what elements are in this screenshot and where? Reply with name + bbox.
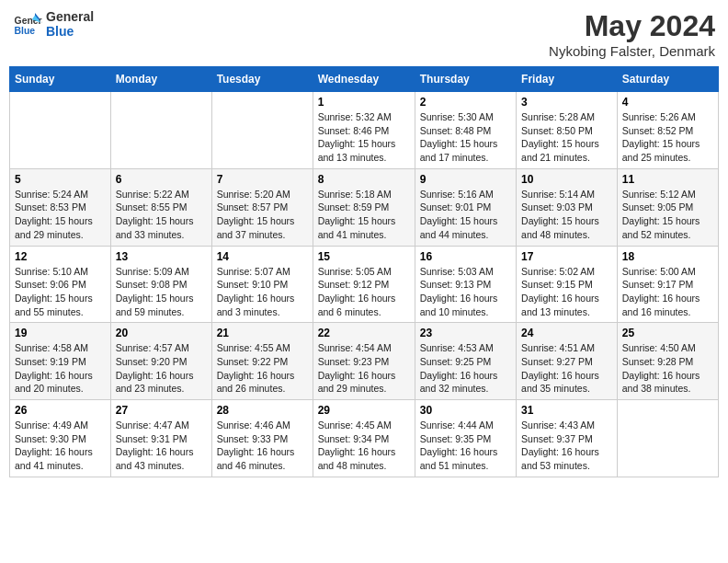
day-info: Sunrise: 4:55 AM Sunset: 9:22 PM Dayligh… <box>217 341 308 396</box>
calendar-cell: 14Sunrise: 5:07 AM Sunset: 9:10 PM Dayli… <box>211 246 313 323</box>
day-info: Sunrise: 5:20 AM Sunset: 8:57 PM Dayligh… <box>217 188 308 242</box>
day-number: 8 <box>318 173 410 186</box>
day-info: Sunrise: 4:54 AM Sunset: 9:23 PM Dayligh… <box>318 341 410 396</box>
day-info: Sunrise: 5:00 AM Sunset: 9:17 PM Dayligh… <box>622 265 713 319</box>
weekday-header: Thursday <box>415 67 516 92</box>
day-number: 31 <box>521 404 612 417</box>
calendar-cell: 2Sunrise: 5:30 AM Sunset: 8:48 PM Daylig… <box>415 92 516 169</box>
calendar-cell: 10Sunrise: 5:14 AM Sunset: 9:03 PM Dayli… <box>517 168 618 246</box>
day-info: Sunrise: 5:07 AM Sunset: 9:10 PM Dayligh… <box>217 265 308 319</box>
day-info: Sunrise: 5:26 AM Sunset: 8:52 PM Dayligh… <box>622 110 713 165</box>
day-info: Sunrise: 5:22 AM Sunset: 8:55 PM Dayligh… <box>116 188 207 242</box>
day-info: Sunrise: 5:24 AM Sunset: 8:53 PM Dayligh… <box>15 188 106 242</box>
calendar-cell: 3Sunrise: 5:28 AM Sunset: 8:50 PM Daylig… <box>517 92 618 169</box>
weekday-header: Sunday <box>10 67 111 92</box>
day-number: 10 <box>521 173 612 186</box>
day-number: 14 <box>217 250 308 263</box>
day-info: Sunrise: 4:46 AM Sunset: 9:33 PM Dayligh… <box>217 419 308 473</box>
weekday-header: Saturday <box>617 67 718 92</box>
day-number: 12 <box>15 250 106 263</box>
page-header: General Blue General Blue May 2024 Nykob… <box>9 9 719 59</box>
logo-line1: General <box>46 9 94 24</box>
calendar-cell: 5Sunrise: 5:24 AM Sunset: 8:53 PM Daylig… <box>10 168 111 246</box>
day-number: 21 <box>217 327 308 339</box>
weekday-header: Monday <box>110 67 211 92</box>
day-number: 29 <box>318 404 410 417</box>
day-info: Sunrise: 4:45 AM Sunset: 9:34 PM Dayligh… <box>318 419 410 473</box>
day-info: Sunrise: 5:30 AM Sunset: 8:48 PM Dayligh… <box>420 110 511 165</box>
logo: General Blue General Blue <box>13 9 94 39</box>
calendar-cell <box>110 92 211 169</box>
day-number: 23 <box>420 327 511 339</box>
calendar-week-row: 19Sunrise: 4:58 AM Sunset: 9:19 PM Dayli… <box>10 323 719 400</box>
calendar-cell: 31Sunrise: 4:43 AM Sunset: 9:37 PM Dayli… <box>517 400 618 477</box>
calendar-cell: 19Sunrise: 4:58 AM Sunset: 9:19 PM Dayli… <box>10 323 111 400</box>
calendar-week-row: 26Sunrise: 4:49 AM Sunset: 9:30 PM Dayli… <box>10 400 719 477</box>
calendar-cell: 17Sunrise: 5:02 AM Sunset: 9:15 PM Dayli… <box>517 246 618 323</box>
day-info: Sunrise: 4:47 AM Sunset: 9:31 PM Dayligh… <box>116 419 207 473</box>
day-number: 16 <box>420 250 511 263</box>
calendar-cell: 11Sunrise: 5:12 AM Sunset: 9:05 PM Dayli… <box>617 168 718 246</box>
day-number: 30 <box>420 404 511 417</box>
day-info: Sunrise: 4:57 AM Sunset: 9:20 PM Dayligh… <box>116 341 207 396</box>
calendar-cell: 29Sunrise: 4:45 AM Sunset: 9:34 PM Dayli… <box>313 400 415 477</box>
day-number: 17 <box>521 250 612 263</box>
day-number: 11 <box>622 173 713 186</box>
calendar-cell: 8Sunrise: 5:18 AM Sunset: 8:59 PM Daylig… <box>313 168 415 246</box>
day-number: 19 <box>15 327 106 339</box>
calendar-cell: 26Sunrise: 4:49 AM Sunset: 9:30 PM Dayli… <box>10 400 111 477</box>
calendar-cell: 15Sunrise: 5:05 AM Sunset: 9:12 PM Dayli… <box>313 246 415 323</box>
weekday-header: Tuesday <box>211 67 313 92</box>
calendar-week-row: 1Sunrise: 5:32 AM Sunset: 8:46 PM Daylig… <box>10 92 719 169</box>
calendar-cell: 12Sunrise: 5:10 AM Sunset: 9:06 PM Dayli… <box>10 246 111 323</box>
day-info: Sunrise: 5:03 AM Sunset: 9:13 PM Dayligh… <box>420 265 511 319</box>
calendar-cell: 21Sunrise: 4:55 AM Sunset: 9:22 PM Dayli… <box>211 323 313 400</box>
day-info: Sunrise: 5:32 AM Sunset: 8:46 PM Dayligh… <box>318 110 410 165</box>
day-number: 2 <box>420 96 511 109</box>
day-number: 7 <box>217 173 308 186</box>
calendar-cell: 22Sunrise: 4:54 AM Sunset: 9:23 PM Dayli… <box>313 323 415 400</box>
day-number: 13 <box>116 250 207 263</box>
day-number: 24 <box>521 327 612 339</box>
calendar-cell: 16Sunrise: 5:03 AM Sunset: 9:13 PM Dayli… <box>415 246 516 323</box>
day-info: Sunrise: 4:50 AM Sunset: 9:28 PM Dayligh… <box>622 341 713 396</box>
day-info: Sunrise: 5:10 AM Sunset: 9:06 PM Dayligh… <box>15 265 106 319</box>
weekday-header: Wednesday <box>313 67 415 92</box>
calendar-cell: 25Sunrise: 4:50 AM Sunset: 9:28 PM Dayli… <box>617 323 718 400</box>
day-info: Sunrise: 4:53 AM Sunset: 9:25 PM Dayligh… <box>420 341 511 396</box>
logo-icon: General Blue <box>13 9 42 39</box>
month-title: May 2024 <box>549 9 715 43</box>
calendar-table: SundayMondayTuesdayWednesdayThursdayFrid… <box>9 66 719 477</box>
weekday-header-row: SundayMondayTuesdayWednesdayThursdayFrid… <box>10 67 719 92</box>
day-info: Sunrise: 5:09 AM Sunset: 9:08 PM Dayligh… <box>116 265 207 319</box>
calendar-week-row: 5Sunrise: 5:24 AM Sunset: 8:53 PM Daylig… <box>10 168 719 246</box>
day-number: 28 <box>217 404 308 417</box>
day-number: 18 <box>622 250 713 263</box>
calendar-cell: 28Sunrise: 4:46 AM Sunset: 9:33 PM Dayli… <box>211 400 313 477</box>
svg-text:Blue: Blue <box>15 26 36 36</box>
day-number: 22 <box>318 327 410 339</box>
day-info: Sunrise: 4:44 AM Sunset: 9:35 PM Dayligh… <box>420 419 511 473</box>
day-info: Sunrise: 4:49 AM Sunset: 9:30 PM Dayligh… <box>15 419 106 473</box>
day-info: Sunrise: 4:51 AM Sunset: 9:27 PM Dayligh… <box>521 341 612 396</box>
day-number: 3 <box>521 96 612 109</box>
calendar-cell <box>211 92 313 169</box>
weekday-header: Friday <box>517 67 618 92</box>
day-info: Sunrise: 5:02 AM Sunset: 9:15 PM Dayligh… <box>521 265 612 319</box>
calendar-cell <box>617 400 718 477</box>
calendar-cell: 18Sunrise: 5:00 AM Sunset: 9:17 PM Dayli… <box>617 246 718 323</box>
day-info: Sunrise: 5:12 AM Sunset: 9:05 PM Dayligh… <box>622 188 713 242</box>
calendar-cell: 1Sunrise: 5:32 AM Sunset: 8:46 PM Daylig… <box>313 92 415 169</box>
day-info: Sunrise: 5:05 AM Sunset: 9:12 PM Dayligh… <box>318 265 410 319</box>
calendar-cell: 24Sunrise: 4:51 AM Sunset: 9:27 PM Dayli… <box>517 323 618 400</box>
day-info: Sunrise: 5:28 AM Sunset: 8:50 PM Dayligh… <box>521 110 612 165</box>
day-info: Sunrise: 5:14 AM Sunset: 9:03 PM Dayligh… <box>521 188 612 242</box>
day-info: Sunrise: 5:16 AM Sunset: 9:01 PM Dayligh… <box>420 188 511 242</box>
calendar-cell: 23Sunrise: 4:53 AM Sunset: 9:25 PM Dayli… <box>415 323 516 400</box>
day-info: Sunrise: 5:18 AM Sunset: 8:59 PM Dayligh… <box>318 188 410 242</box>
logo-line2: Blue <box>46 24 94 39</box>
calendar-cell: 30Sunrise: 4:44 AM Sunset: 9:35 PM Dayli… <box>415 400 516 477</box>
calendar-cell: 27Sunrise: 4:47 AM Sunset: 9:31 PM Dayli… <box>110 400 211 477</box>
day-info: Sunrise: 4:58 AM Sunset: 9:19 PM Dayligh… <box>15 341 106 396</box>
title-block: May 2024 Nykobing Falster, Denmark <box>549 9 715 59</box>
